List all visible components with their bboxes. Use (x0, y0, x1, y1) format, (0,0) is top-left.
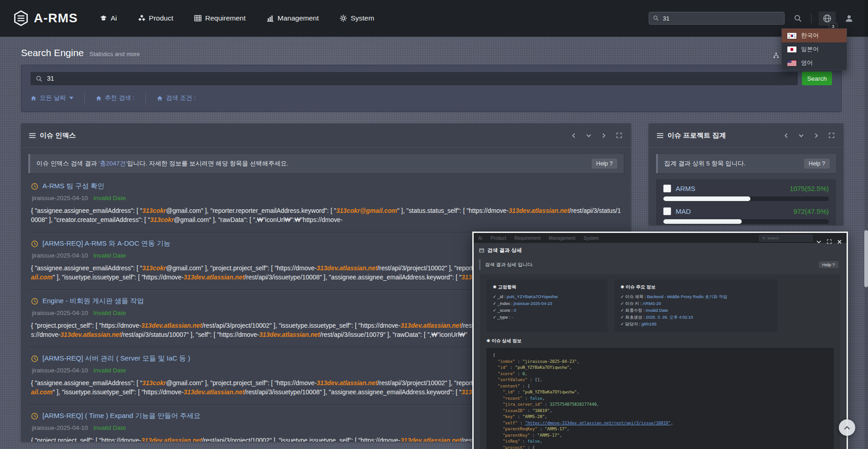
chevron-right-icon (815, 133, 818, 138)
search-submit-button[interactable] (792, 12, 804, 24)
help-button[interactable]: Help ? (592, 159, 617, 169)
nav-item-product[interactable]: Product (138, 14, 173, 22)
chevron-down-icon (586, 134, 591, 137)
usa-flag-icon (787, 60, 796, 66)
aggregation-row: ARMS 1075(52.5%) (663, 185, 829, 192)
gear-icon (340, 15, 347, 22)
nav-item-label: Product (149, 14, 173, 22)
search-result-detail-modal: Ai Product Requirement Management System… (472, 232, 848, 449)
issue-title-link[interactable]: [ARMS-REQ] 서버 관리 ( Server 모듈 및 IaC 등 ) (42, 354, 190, 363)
scroll-top-button[interactable] (839, 419, 855, 436)
divider (145, 92, 146, 104)
language-dropdown: 한국어 일본어 영어 (781, 28, 847, 70)
panel-prev-button[interactable] (571, 132, 576, 139)
nav-item-requirement[interactable]: Requirement (194, 14, 246, 22)
search-input[interactable] (31, 72, 798, 85)
fixed-fields-list: ✓ _id : puN_YZYBaKa7OYiqwshw ✓ _index : … (493, 294, 601, 321)
checkbox[interactable] (663, 185, 671, 192)
issue-title-row: A-RMS 팀 구성 확인 (31, 182, 621, 191)
nav-item-management[interactable]: Management (267, 14, 319, 22)
modal-maximize-button[interactable] (827, 239, 832, 244)
cubes-icon (138, 15, 145, 22)
panel-expand-button[interactable] (828, 132, 835, 139)
panel-next-button[interactable] (601, 132, 606, 139)
search-button[interactable]: Search (802, 72, 832, 85)
issue-title-link[interactable]: [ARMS-REQ] A-RMS 와 A-DOC 연동 기능 (42, 239, 170, 248)
table-icon (194, 15, 202, 22)
issue-index-message-bar: 이슈 인덱스 검색 결과 '총2047건'입니다. 자세한 정보를 보시려면 해… (28, 154, 624, 173)
issue-main-info-card: ✱ 이슈 주요 정보 ✓ 이슈 제목 : Backend - Middle Pr… (614, 280, 777, 332)
filter-search-conditions[interactable]: 검색 조건 : (157, 94, 196, 102)
issue-title-link[interactable]: A-RMS 팀 구성 확인 (42, 182, 104, 191)
issue-main-info-list: ✓ 이슈 제목 : Backend - Middle Proxy Redis 초… (620, 294, 771, 328)
panel-title-group: 이슈 프로젝트 집계 (657, 131, 726, 140)
search-icon (762, 237, 765, 240)
panel-collapse-button[interactable] (585, 133, 592, 138)
hamburger-icon (657, 133, 663, 138)
nav-item-label: Requirement (205, 14, 246, 22)
graduation-cap-icon (100, 15, 107, 22)
brand[interactable]: A-RMS (13, 10, 78, 26)
issue-index-name: jiraissue-2025-04-10 (32, 424, 88, 431)
language-option-label: 영어 (801, 59, 813, 67)
panel-next-button[interactable] (814, 132, 819, 139)
page-title-group: Search Engine Statistics and more (21, 47, 140, 58)
language-option-label: 일본어 (801, 45, 819, 53)
nav-item-ai[interactable]: Ai (100, 14, 117, 22)
nav-item-system[interactable]: System (340, 14, 374, 22)
language-button[interactable]: 3 (819, 11, 836, 26)
korea-flag-icon (787, 33, 796, 39)
clock-icon (31, 183, 38, 190)
filter-all-dates[interactable]: 모든 날짜 (31, 94, 73, 102)
home-icon (31, 95, 36, 101)
chevron-down-icon (816, 240, 821, 243)
language-option-english[interactable]: 영어 (782, 56, 847, 70)
fixed-fields-title: ✱ 고정항목 (493, 284, 601, 290)
main-nav: Ai Product Requirement Management System (100, 14, 374, 22)
checkbox[interactable] (663, 207, 671, 215)
mini-nav-item: Product (491, 236, 506, 241)
help-button[interactable]: Help ? (819, 261, 838, 268)
modal-mini-navbar: Ai Product Requirement Management System… (474, 233, 847, 243)
project-label: ARMS (676, 185, 695, 192)
issue-index-name: jiraissue-2025-04-10 (32, 252, 88, 259)
page-title: Search Engine (21, 47, 84, 58)
issue-title-link[interactable]: Engine - 비회원 게시판 샘플 작업 (42, 297, 144, 305)
sitemap-icon (773, 52, 779, 58)
modal-controls (816, 239, 842, 244)
filter-recommended-search[interactable]: 추천 검색 : (96, 94, 134, 102)
app-logo-icon (13, 10, 29, 26)
panel-expand-button[interactable] (615, 132, 623, 139)
panel-prev-button[interactable] (784, 132, 789, 139)
modal-minimize-button[interactable] (816, 239, 822, 244)
issue-index-header: 이슈 인덱스 (21, 124, 631, 148)
clock-icon (31, 413, 38, 420)
brand-text: A-RMS (34, 11, 78, 26)
filter-label: 추천 검색 : (105, 94, 134, 102)
panel-collapse-button[interactable] (798, 133, 805, 138)
page-scrollbar (864, 0, 868, 449)
bar-chart-icon (267, 15, 274, 22)
user-button[interactable] (843, 12, 855, 25)
search-icon (36, 75, 42, 82)
help-button[interactable]: Help ? (804, 159, 830, 169)
issue-list-item[interactable]: A-RMS 팀 구성 확인 jiraissue-2025-04-10 Inval… (28, 175, 624, 232)
chevron-right-icon (602, 133, 605, 138)
scrollbar-thumb[interactable] (864, 230, 868, 287)
issue-index-name: jiraissue-2025-04-10 (32, 310, 88, 316)
project-aggregation-card: ARMS 1075(52.5%) MAD 972(47.5%) (656, 179, 836, 225)
modal-subtitle-row: 검색 결과 상세 입니다. Help ? (479, 259, 841, 270)
project-aggregation-message-bar: 집계 결과 상위 5 항목 입니다. Help ? (656, 154, 836, 173)
progress-bar (663, 219, 829, 224)
navbar-search-input[interactable] (649, 12, 785, 25)
issue-json-preview: { "assignee.assignee_emailAddress": [ "3… (31, 206, 621, 225)
modal-close-button[interactable] (837, 239, 842, 244)
chevron-left-icon (785, 133, 788, 138)
language-option-japanese[interactable]: 일본어 (782, 42, 847, 56)
filter-label: 모든 날짜 (40, 94, 66, 102)
issue-title-link[interactable]: [ARMS-REQ] ( Time ) Expand 기능을 만들어 주세요 (42, 412, 201, 420)
issue-date: Invalid Date (93, 310, 126, 316)
progress-fill (663, 196, 750, 201)
home-icon (96, 95, 102, 101)
language-option-korean[interactable]: 한국어 (782, 29, 847, 42)
